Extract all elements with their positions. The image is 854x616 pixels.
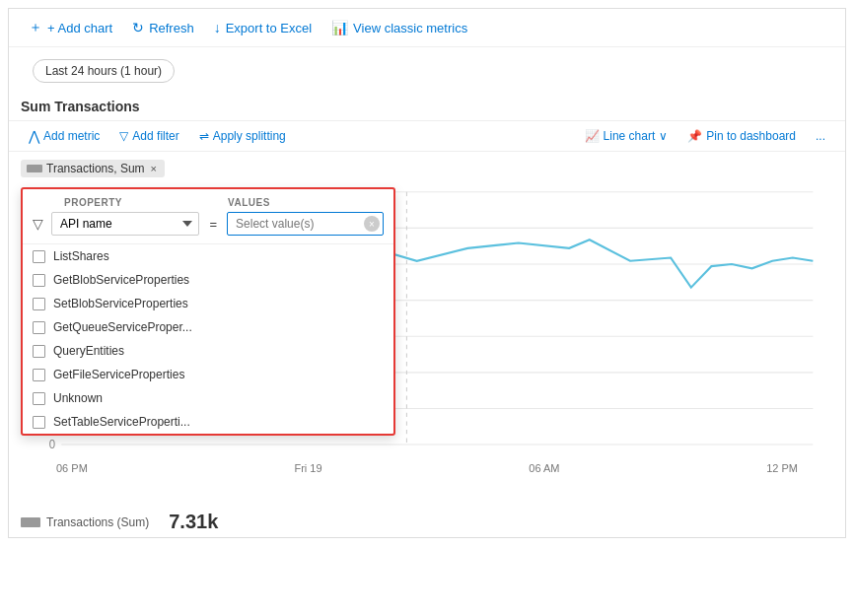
add-filter-button[interactable]: ▽ Add filter	[111, 126, 186, 146]
add-metric-label: Add metric	[43, 129, 100, 143]
x-label-06am: 06 AM	[529, 462, 559, 474]
chart-title: Sum Transactions	[9, 95, 845, 120]
filter-tag: Transactions, Sum ×	[21, 160, 165, 177]
filter-dropdown-list: ListShares GetBlobServiceProperties SetB…	[23, 243, 393, 434]
item-label: QueryEntities	[53, 344, 124, 358]
checkbox-getfileservice[interactable]	[33, 369, 45, 381]
filter-popup-header: PROPERTY VALUES	[23, 189, 393, 212]
x-label-fri19: Fri 19	[294, 462, 321, 474]
item-label: GetQueueServiceProper...	[53, 320, 192, 334]
list-item[interactable]: QueryEntities	[23, 339, 393, 363]
metric-toolbar-right: 📈 Line chart ∨ 📌 Pin to dashboard ...	[577, 126, 833, 146]
value-input[interactable]	[227, 212, 384, 236]
apply-splitting-label: Apply splitting	[213, 129, 286, 143]
list-item[interactable]: SetTableServiceProperti...	[23, 410, 393, 434]
add-metric-button[interactable]: ⋀ Add metric	[21, 125, 107, 147]
line-chart-label: Line chart	[604, 129, 656, 143]
export-icon: ↓	[214, 20, 221, 35]
chart-x-labels: 06 PM Fri 19 06 AM 12 PM	[21, 460, 833, 474]
add-chart-icon: ＋	[29, 19, 42, 36]
list-item[interactable]: GetBlobServiceProperties	[23, 268, 393, 292]
legend-swatch	[21, 517, 40, 527]
classic-metrics-icon: 📊	[331, 20, 348, 35]
item-label: ListShares	[53, 249, 109, 263]
filter-clear-button[interactable]: ×	[364, 216, 380, 232]
line-chart-chevron: ∨	[659, 129, 668, 143]
add-chart-label: + Add chart	[47, 21, 112, 35]
chart-legend: Transactions (Sum) 7.31k	[9, 507, 845, 537]
metric-toolbar-left: ⋀ Add metric ▽ Add filter ⇌ Apply splitt…	[21, 125, 294, 147]
apply-splitting-button[interactable]: ⇌ Apply splitting	[191, 126, 294, 146]
checkbox-getblobservice[interactable]	[33, 274, 45, 287]
line-chart-icon: 📈	[585, 129, 600, 143]
refresh-icon: ↻	[132, 20, 144, 35]
filter-tag-label: Transactions, Sum	[46, 162, 145, 175]
outer-container: ＋ + Add chart ↻ Refresh ↓ Export to Exce…	[8, 8, 846, 538]
pin-label: Pin to dashboard	[706, 129, 796, 143]
export-label: Export to Excel	[226, 21, 312, 35]
time-range-label: Last 24 hours (1 hour)	[45, 64, 162, 78]
line-chart-button[interactable]: 📈 Line chart ∨	[577, 126, 676, 146]
refresh-label: Refresh	[149, 21, 194, 35]
filter-popup: PROPERTY VALUES ▽ API name =	[21, 187, 395, 436]
list-item[interactable]: GetFileServiceProperties	[23, 363, 393, 386]
x-label-12pm: 12 PM	[766, 462, 798, 474]
add-filter-icon: ▽	[119, 129, 128, 143]
top-toolbar: ＋ + Add chart ↻ Refresh ↓ Export to Exce…	[9, 9, 845, 47]
svg-text:0: 0	[49, 439, 55, 450]
list-item[interactable]: GetQueueServiceProper...	[23, 315, 393, 339]
checkbox-listshares[interactable]	[33, 250, 45, 263]
pin-icon: 📌	[687, 129, 702, 143]
checkbox-queryentities[interactable]	[33, 345, 45, 358]
item-label: GetBlobServiceProperties	[53, 273, 189, 287]
export-button[interactable]: ↓ Export to Excel	[206, 16, 320, 39]
metric-toolbar: ⋀ Add metric ▽ Add filter ⇌ Apply splitt…	[9, 120, 845, 152]
add-metric-icon: ⋀	[29, 128, 39, 144]
add-chart-button[interactable]: ＋ + Add chart	[21, 15, 120, 40]
checkbox-unknown[interactable]	[33, 392, 45, 405]
property-col-label: PROPERTY	[64, 197, 192, 208]
list-item[interactable]: Unknown	[23, 386, 393, 410]
more-options-label: ...	[816, 129, 825, 143]
item-label: GetFileServiceProperties	[53, 368, 184, 381]
list-item[interactable]: ListShares	[23, 244, 393, 268]
item-label: SetTableServiceProperti...	[53, 415, 190, 429]
apply-splitting-icon: ⇌	[199, 129, 209, 143]
checkbox-setblobservice[interactable]	[33, 298, 45, 310]
values-col-label: VALUES	[228, 197, 356, 208]
filter-swatch	[27, 165, 42, 172]
equals-sign: =	[207, 217, 219, 232]
filter-tag-close-button[interactable]: ×	[149, 163, 159, 174]
classic-metrics-label: View classic metrics	[353, 21, 467, 35]
legend-label: Transactions (Sum)	[46, 515, 149, 529]
add-filter-label: Add filter	[132, 129, 178, 143]
value-input-wrap: ×	[227, 212, 384, 236]
refresh-button[interactable]: ↻ Refresh	[124, 16, 202, 39]
item-label: Unknown	[53, 391, 103, 405]
chart-area: Transactions, Sum × PROPERTY VALUES	[9, 152, 845, 507]
checkbox-settableservice[interactable]	[33, 416, 45, 429]
classic-metrics-button[interactable]: 📊 View classic metrics	[323, 16, 475, 39]
filter-tag-row: Transactions, Sum × PROPERTY VALUES	[21, 160, 833, 177]
more-options-button[interactable]: ...	[808, 126, 833, 146]
list-item[interactable]: SetBlobServiceProperties	[23, 292, 393, 315]
time-range-button[interactable]: Last 24 hours (1 hour)	[33, 59, 175, 83]
filter-funnel-icon: ▽	[33, 216, 43, 232]
item-label: SetBlobServiceProperties	[53, 297, 188, 310]
checkbox-getqueueservice[interactable]	[33, 321, 45, 334]
legend-value: 7.31k	[157, 511, 218, 533]
filter-row: ▽ API name = ×	[23, 212, 393, 243]
x-label-06pm: 06 PM	[56, 462, 88, 474]
pin-dashboard-button[interactable]: 📌 Pin to dashboard	[679, 126, 804, 146]
property-select[interactable]: API name	[51, 212, 199, 236]
